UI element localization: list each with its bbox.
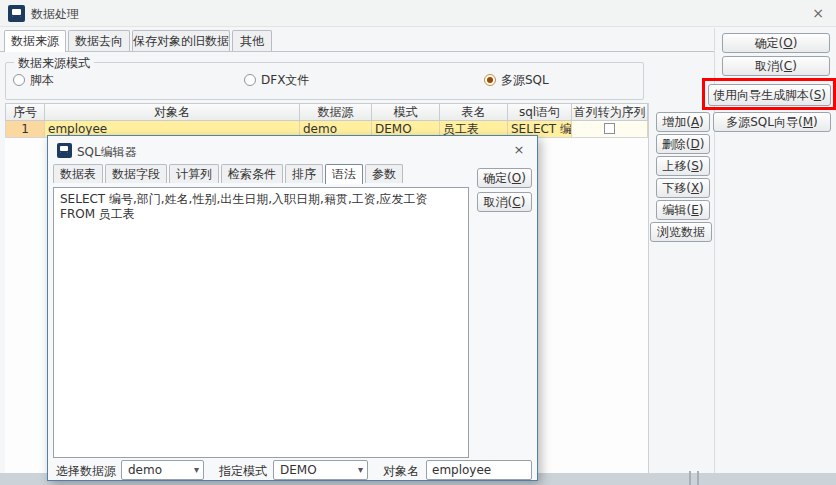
dialog-cancel-button[interactable]: 取消(C) — [477, 192, 532, 212]
object-name-label: 对象名 — [383, 463, 419, 480]
col-header-object-name: 对象名 — [45, 103, 300, 121]
radio-dfx-file[interactable]: DFX文件 — [244, 73, 309, 89]
ok-button[interactable]: 确定(O) — [722, 33, 830, 53]
grip-line — [697, 471, 699, 485]
add-button[interactable]: 增加(A) — [656, 112, 710, 132]
chevron-down-icon: ▾ — [358, 461, 363, 479]
window-titlebar: 数据处理 × — [0, 0, 836, 27]
radio-script[interactable]: 脚本 — [13, 73, 54, 89]
dialog-tab-sort[interactable]: 排序 — [285, 164, 323, 183]
col-header-schema: 模式 — [372, 103, 440, 121]
radio-multi-sql-label: 多源SQL — [501, 73, 549, 87]
generate-script-wizard-button[interactable]: 使用向导生成脚本(S) — [708, 84, 831, 106]
move-down-button[interactable]: 下移(X) — [656, 178, 710, 198]
checkbox-unchecked-icon[interactable] — [604, 123, 615, 134]
radio-icon — [244, 74, 256, 86]
dialog-tab-data-fields[interactable]: 数据字段 — [105, 164, 167, 183]
browse-data-button[interactable]: 浏览数据 — [650, 222, 712, 242]
radio-multi-source-sql[interactable]: 多源SQL — [484, 73, 549, 89]
radio-icon — [13, 74, 25, 86]
schema-select-value: DEMO — [280, 463, 317, 477]
schema-label: 指定模式 — [219, 463, 267, 480]
radio-dfx-label: DFX文件 — [261, 73, 309, 87]
edit-button[interactable]: 编辑(E) — [656, 200, 710, 220]
tab-data-destination[interactable]: 数据去向 — [68, 30, 130, 51]
source-label: 选择数据源 — [56, 463, 116, 480]
radio-script-label: 脚本 — [30, 73, 54, 87]
col-header-sql: sql语句 — [508, 103, 572, 121]
dialog-logo-icon — [57, 143, 72, 158]
mode-groupbox: 数据来源模式 脚本 DFX文件 多源SQL — [5, 62, 644, 100]
dialog-tab-parameters[interactable]: 参数 — [365, 164, 403, 183]
dialog-ok-button[interactable]: 确定(O) — [477, 168, 532, 188]
col-header-seq: 序号 — [5, 103, 45, 121]
col-header-data-source: 数据源 — [300, 103, 372, 121]
tab-data-source[interactable]: 数据来源 — [4, 30, 66, 52]
move-up-button[interactable]: 上移(S) — [656, 156, 710, 176]
dialog-tab-data-table[interactable]: 数据表 — [53, 164, 103, 183]
table-right-border — [648, 103, 649, 473]
dialog-tab-computed-column[interactable]: 计算列 — [169, 164, 219, 183]
schema-select[interactable]: DEMO ▾ — [273, 460, 368, 480]
source-select-value: demo — [128, 463, 162, 477]
window-title: 数据处理 — [31, 6, 79, 23]
app-logo-icon — [8, 5, 25, 22]
source-select[interactable]: demo ▾ — [121, 460, 204, 480]
sql-textarea[interactable]: SELECT 编号,部门,姓名,性别,出生日期,入职日期,籍贯,工资,应发工资 … — [53, 187, 469, 458]
tab-underline — [0, 51, 714, 52]
cell-first-col-series[interactable] — [572, 121, 648, 138]
grip-line — [689, 471, 691, 485]
sql-editor-dialog: SQL编辑器 × 数据表 数据字段 计算列 检索条件 排序 语法 参数 确定(O… — [47, 135, 538, 481]
cancel-button[interactable]: 取消(C) — [722, 56, 830, 76]
table-header-row: 序号 对象名 数据源 模式 表名 sql语句 首列转为序列 — [5, 103, 648, 121]
data-process-window: 数据处理 × 数据来源 数据去向 保存对象的旧数据 其他 数据来源模式 脚本 D… — [0, 0, 836, 485]
col-header-table-name: 表名 — [440, 103, 508, 121]
radio-selected-icon — [484, 74, 496, 86]
close-icon[interactable]: × — [808, 3, 828, 23]
cell-seq[interactable]: 1 — [5, 121, 45, 138]
tab-other[interactable]: 其他 — [232, 30, 272, 51]
dialog-title: SQL编辑器 — [77, 144, 137, 161]
delete-button[interactable]: 删除(D) — [656, 134, 710, 154]
mode-groupbox-label: 数据来源模式 — [14, 55, 94, 72]
dialog-close-icon[interactable]: × — [509, 141, 529, 159]
object-name-input[interactable] — [426, 460, 532, 480]
tab-save-old-data[interactable]: 保存对象的旧数据 — [132, 30, 230, 51]
col-header-first-col-series: 首列转为序列 — [572, 103, 648, 121]
dialog-tab-search-criteria[interactable]: 检索条件 — [221, 164, 283, 183]
chevron-down-icon: ▾ — [194, 461, 199, 479]
multi-sql-wizard-button[interactable]: 多源SQL向导(M) — [713, 112, 831, 132]
dialog-tab-syntax[interactable]: 语法 — [325, 164, 363, 184]
